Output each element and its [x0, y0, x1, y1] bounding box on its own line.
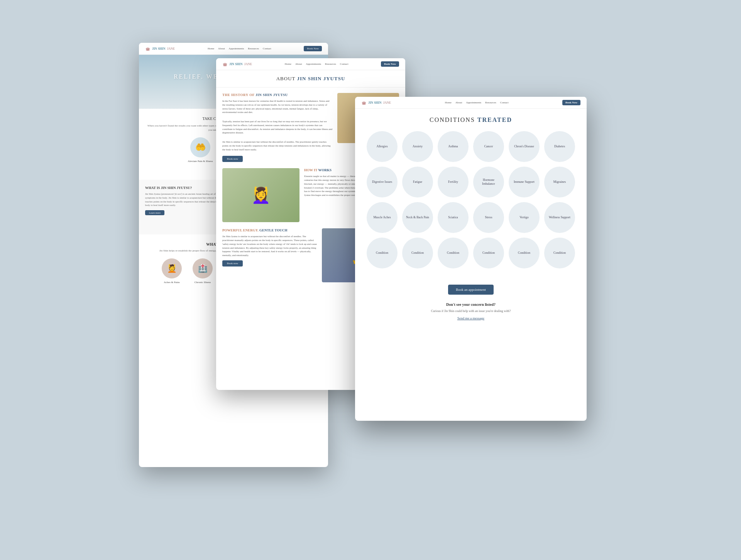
conditions-logo-text: JIN SHIN — [368, 101, 381, 105]
condition-stress[interactable]: Stress — [473, 202, 504, 233]
conditions-row-2: Digestive Issues Fatigue Fertility Hormo… — [363, 167, 579, 197]
treat-chronic: 🏥 Chronic Illness — [189, 258, 216, 290]
history-text: THE HISTORY OF JIN SHIN JYUTSU In the Fa… — [222, 93, 333, 162]
cond-nav-appointments[interactable]: Appointments — [466, 101, 481, 104]
condition-extra-5[interactable]: Condition — [509, 238, 540, 268]
condition-vertigo[interactable]: Vertigo — [509, 202, 540, 233]
send-message-link[interactable]: Send me a message — [363, 316, 579, 320]
about-nav-contact[interactable]: Contact — [340, 62, 349, 66]
treat-circle-2: 🏥 — [193, 258, 213, 278]
logo: JIN SHIN JANE — [145, 46, 175, 51]
history-para2: Typically, tension has been part of our … — [222, 120, 333, 135]
condition-extra-2[interactable]: Condition — [402, 238, 433, 268]
condition-immune[interactable]: Immune Support — [509, 167, 540, 197]
treat-label-1: Aches & Pains — [164, 281, 180, 284]
book-appointment-button[interactable]: Book an appointment — [448, 285, 494, 295]
about-header: ABOUT JIN SHIN JYUTSU — [216, 70, 405, 88]
history-para3: Jin Shin is similar to acupuncture but w… — [222, 140, 333, 151]
condition-asthma[interactable]: Asthma — [438, 131, 469, 162]
conditions-logo-jane: JANE — [383, 101, 391, 105]
conditions-row-1: Allergies Anxiety Asthma Cancer Chron's … — [363, 131, 579, 162]
condition-sciatica[interactable]: Sciatica — [438, 202, 469, 233]
conditions-logo: JIN SHIN JANE — [361, 100, 391, 105]
condition-extra-6[interactable]: Condition — [544, 238, 575, 268]
how-image: 💆‍♀️ — [222, 168, 299, 222]
dont-see-body: Curious if Jin Shin could help with an i… — [363, 309, 579, 313]
history-book-button[interactable]: Book now — [222, 156, 243, 162]
history-para1: In the Far East it has been known for ce… — [222, 99, 333, 114]
main-nav: JIN SHIN JANE Home About Appointments Re… — [139, 43, 328, 55]
treat-circle-1: 💆 — [162, 258, 182, 278]
condition-allergies[interactable]: Allergies — [367, 131, 398, 162]
logo-text: JIN SHIN — [152, 47, 165, 51]
nav-resources[interactable]: Resources — [248, 47, 259, 50]
treat-label-2: Chronic Illness — [195, 281, 211, 284]
about-nav-home[interactable]: Home — [285, 62, 291, 66]
about-nav-appointments[interactable]: Appointments — [306, 62, 321, 66]
condition-hormone[interactable]: Hormone Imbalance — [473, 167, 504, 197]
benefit-alleviate: 🤲 Aleviate Pain & Illness — [187, 137, 214, 172]
dont-see-section: Don't see your concern listed? Curious i… — [355, 299, 587, 324]
about-nav-resources[interactable]: Resources — [325, 62, 336, 66]
conditions-header: CONDITIONS TREATED — [355, 109, 587, 131]
condition-extra-1[interactable]: Condition — [367, 238, 398, 268]
condition-fatigue[interactable]: Fatigue — [402, 167, 433, 197]
conditions-row-3: Muscle Aches Neck & Back Pain Sciatica S… — [363, 202, 579, 233]
nav-about[interactable]: About — [218, 47, 225, 50]
about-nav-about[interactable]: About — [295, 62, 302, 66]
conditions-nav: JIN SHIN JANE Home About Appointments Re… — [355, 97, 587, 109]
nav-links: Home About Appointments Resources Contac… — [208, 47, 271, 50]
about-nav: JIN SHIN JANE Home About Appointments Re… — [216, 58, 405, 70]
condition-anxiety[interactable]: Anxiety — [402, 131, 433, 162]
condition-wellness[interactable]: Wellness Support — [544, 202, 575, 233]
about-logo-jane: JANE — [244, 62, 252, 66]
what-is-learn-more[interactable]: Learn more — [145, 210, 164, 215]
powerful-heading: POWERFUL ENERGY. GENTLE TOUCH — [222, 228, 317, 232]
cond-nav-home[interactable]: Home — [445, 101, 452, 104]
about-logo-text: JIN SHIN — [229, 62, 242, 66]
cond-nav-contact[interactable]: Contact — [500, 101, 509, 104]
condition-digestive[interactable]: Digestive Issues — [367, 167, 398, 197]
condition-neck-back[interactable]: Neck & Back Pain — [402, 202, 433, 233]
book-now-button[interactable]: Book Now — [304, 46, 322, 51]
powerful-book-button[interactable]: Book now — [222, 260, 243, 267]
powerful-text: POWERFUL ENERGY. GENTLE TOUCH Jin Shin J… — [222, 228, 317, 282]
condition-cancer[interactable]: Cancer — [473, 131, 504, 162]
cond-nav-about[interactable]: About — [455, 101, 462, 104]
conditions-book-button[interactable]: Book Now — [562, 100, 580, 105]
conditions-row-4: Condition Condition Condition Condition … — [363, 238, 579, 268]
condition-muscle-aches[interactable]: Muscle Aches — [367, 202, 398, 233]
benefit-circle-1: 🤲 — [190, 137, 210, 157]
conditions-grid: Allergies Anxiety Asthma Cancer Chron's … — [355, 131, 587, 281]
screen-conditions: JIN SHIN JANE Home About Appointments Re… — [355, 97, 587, 421]
conditions-nav-links: Home About Appointments Resources Contac… — [445, 101, 509, 104]
nav-appointments[interactable]: Appointments — [229, 47, 244, 50]
about-title: ABOUT JIN SHIN JYUTSU — [222, 76, 400, 82]
nav-home[interactable]: Home — [208, 47, 214, 50]
nav-contact[interactable]: Contact — [263, 47, 271, 50]
condition-chrons[interactable]: Chron's Disease — [509, 131, 540, 162]
treat-aches: 💆 Aches & Pains — [158, 258, 185, 290]
condition-fertility[interactable]: Fertility — [438, 167, 469, 197]
powerful-body: Jin Shin Jyutsu is similar to acupunctur… — [222, 234, 317, 257]
logo-jane: JANE — [167, 47, 175, 51]
about-nav-links: Home About Appointments Resources Contac… — [285, 62, 349, 66]
history-heading: THE HISTORY OF JIN SHIN JYUTSU — [222, 93, 333, 97]
condition-extra-3[interactable]: Condition — [438, 238, 469, 268]
cond-nav-resources[interactable]: Resources — [485, 101, 496, 104]
condition-diabetes[interactable]: Diabetes — [544, 131, 575, 162]
about-logo: JIN SHIN JANE — [222, 62, 252, 66]
conditions-title: CONDITIONS TREATED — [363, 116, 579, 123]
condition-extra-4[interactable]: Condition — [473, 238, 504, 268]
condition-migraines[interactable]: Migraines — [544, 167, 575, 197]
about-book-button[interactable]: Book Now — [381, 61, 399, 67]
benefit-label-1: Aleviate Pain & Illness — [188, 160, 213, 163]
dont-see-heading: Don't see your concern listed? — [363, 302, 579, 307]
